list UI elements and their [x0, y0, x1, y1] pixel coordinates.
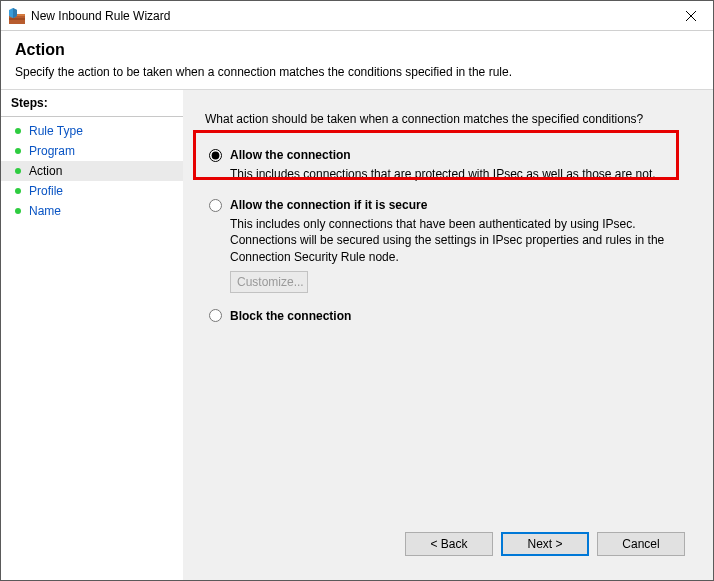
customize-button: Customize... [230, 271, 308, 293]
next-button[interactable]: Next > [501, 532, 589, 556]
svg-rect-2 [9, 18, 25, 20]
bullet-icon [15, 168, 21, 174]
title-bar: New Inbound Rule Wizard [1, 1, 713, 31]
back-button[interactable]: < Back [405, 532, 493, 556]
wizard-footer: < Back Next > Cancel [205, 520, 691, 568]
divider [1, 116, 183, 117]
window-title: New Inbound Rule Wizard [31, 9, 668, 23]
dialog-window: New Inbound Rule Wizard Action Specify t… [0, 0, 714, 581]
step-label: Action [29, 164, 62, 178]
step-action[interactable]: Action [1, 161, 183, 181]
option-desc: This includes connections that are prote… [230, 166, 670, 182]
radio-allow[interactable] [209, 149, 222, 162]
radio-block[interactable] [209, 309, 222, 322]
step-label: Profile [29, 184, 63, 198]
option-block-row[interactable]: Block the connection [209, 309, 691, 323]
option-allow-secure-row[interactable]: Allow the connection if it is secure [209, 198, 691, 212]
bullet-icon [15, 148, 21, 154]
cancel-button[interactable]: Cancel [597, 532, 685, 556]
bullet-icon [15, 128, 21, 134]
steps-heading: Steps: [1, 96, 183, 116]
option-allow-row[interactable]: Allow the connection [209, 148, 691, 162]
step-profile[interactable]: Profile [1, 181, 183, 201]
radio-allow-secure[interactable] [209, 199, 222, 212]
step-program[interactable]: Program [1, 141, 183, 161]
option-allow: Allow the connection This includes conne… [205, 148, 691, 182]
step-label: Rule Type [29, 124, 83, 138]
option-label: Block the connection [230, 309, 351, 323]
action-prompt: What action should be taken when a conne… [205, 112, 691, 126]
action-options: Allow the connection This includes conne… [205, 148, 691, 339]
step-label: Program [29, 144, 75, 158]
option-label: Allow the connection if it is secure [230, 198, 427, 212]
option-desc: This includes only connections that have… [230, 216, 670, 265]
bullet-icon [15, 208, 21, 214]
option-block: Block the connection [205, 309, 691, 323]
step-name[interactable]: Name [1, 201, 183, 221]
bullet-icon [15, 188, 21, 194]
firewall-icon [9, 8, 25, 24]
step-rule-type[interactable]: Rule Type [1, 121, 183, 141]
page-title: Action [15, 41, 699, 59]
option-label: Allow the connection [230, 148, 351, 162]
close-icon [686, 11, 696, 21]
close-button[interactable] [668, 1, 713, 30]
page-header: Action Specify the action to be taken wh… [1, 31, 713, 89]
step-label: Name [29, 204, 61, 218]
steps-sidebar: Steps: Rule Type Program Action Profile … [1, 90, 183, 580]
page-subtitle: Specify the action to be taken when a co… [15, 65, 699, 79]
option-allow-secure: Allow the connection if it is secure Thi… [205, 198, 691, 293]
main-panel: What action should be taken when a conne… [183, 90, 713, 580]
